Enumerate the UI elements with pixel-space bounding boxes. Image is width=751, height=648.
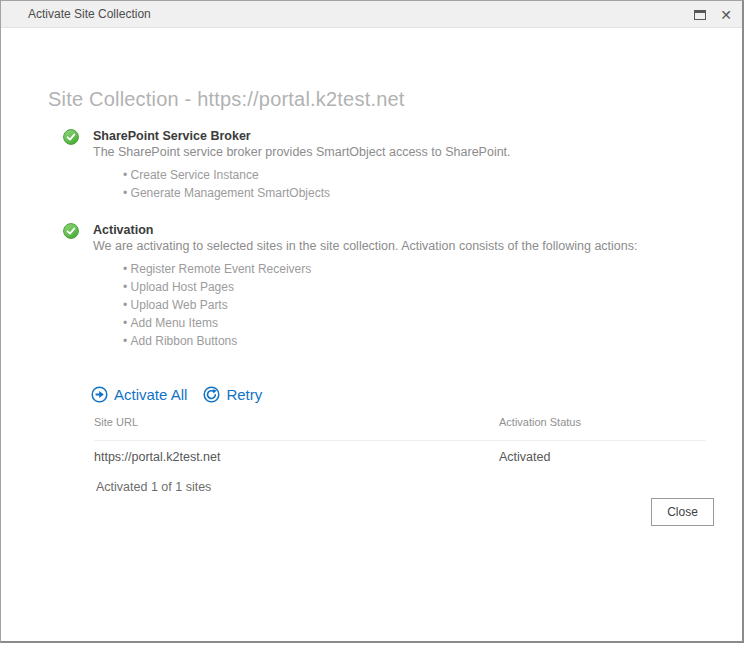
dialog-content: Site Collection - https://portal.k2test.… <box>1 28 742 643</box>
activate-all-link[interactable]: Activate All <box>91 386 187 403</box>
close-button[interactable]: Close <box>651 498 714 526</box>
page-title: Site Collection - https://portal.k2test.… <box>48 88 405 111</box>
retry-icon <box>203 386 220 403</box>
retry-link[interactable]: Retry <box>203 386 262 403</box>
activate-all-icon <box>91 386 108 403</box>
action-links: Activate All Retry <box>91 386 262 403</box>
section-description: We are activating to selected sites in t… <box>93 238 733 255</box>
bullet-item: Add Ribbon Buttons <box>93 332 733 350</box>
section-bullet-list: Create Service Instance Generate Managem… <box>93 161 733 202</box>
window-buttons: ✕ <box>694 1 732 28</box>
success-check-icon <box>63 223 79 243</box>
site-url-cell: https://portal.k2test.net <box>94 450 499 464</box>
section-description: The SharePoint service broker provides S… <box>93 144 733 161</box>
site-activation-table: Site URL Activation Status https://porta… <box>94 416 706 464</box>
section-title: Activation <box>93 222 733 238</box>
activation-status-cell: Activated <box>499 450 706 464</box>
section-bullet-list: Register Remote Event Receivers Upload H… <box>93 255 733 350</box>
column-header-site-url: Site URL <box>94 416 499 428</box>
success-check-icon <box>63 129 79 149</box>
activate-site-collection-dialog: Activate Site Collection ✕ Site Collecti… <box>0 0 744 643</box>
bullet-item: Upload Host Pages <box>93 278 733 296</box>
dialog-title: Activate Site Collection <box>28 7 151 21</box>
activate-all-label: Activate All <box>114 386 187 403</box>
bullet-item: Upload Web Parts <box>93 296 733 314</box>
bullet-item: Generate Management SmartObjects <box>93 184 733 202</box>
retry-label: Retry <box>226 386 262 403</box>
section-service-broker: SharePoint Service Broker The SharePoint… <box>63 128 733 202</box>
column-header-activation-status: Activation Status <box>499 416 706 428</box>
table-header-row: Site URL Activation Status <box>94 416 706 441</box>
table-row: https://portal.k2test.net Activated <box>94 450 706 464</box>
bullet-item: Register Remote Event Receivers <box>93 260 733 278</box>
maximize-icon[interactable] <box>694 10 706 20</box>
activation-summary: Activated 1 of 1 sites <box>96 480 211 494</box>
bullet-item: Add Menu Items <box>93 314 733 332</box>
section-activation: Activation We are activating to selected… <box>63 222 733 350</box>
bullet-item: Create Service Instance <box>93 166 733 184</box>
close-icon[interactable]: ✕ <box>720 8 732 22</box>
section-title: SharePoint Service Broker <box>93 128 733 144</box>
dialog-titlebar[interactable]: Activate Site Collection ✕ <box>1 1 742 28</box>
